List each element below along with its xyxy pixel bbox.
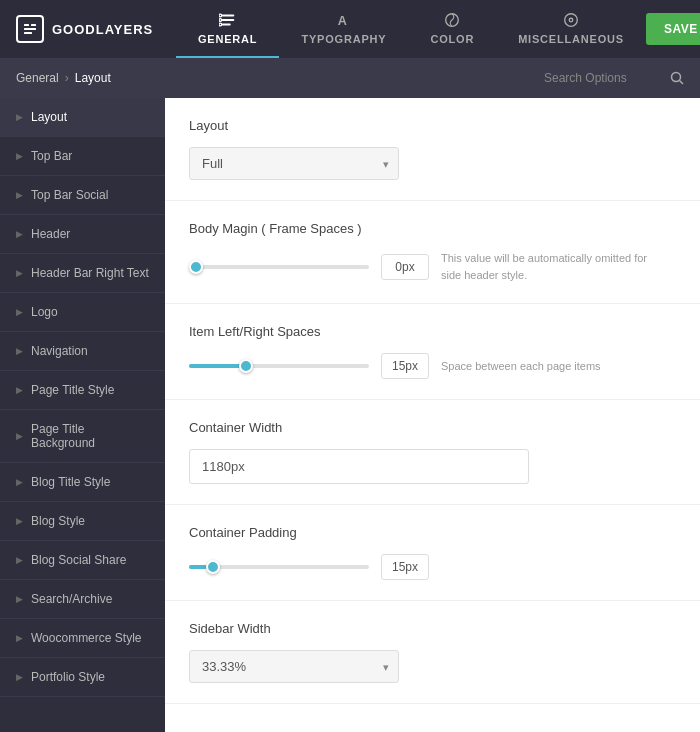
tab-color-label: COLOR xyxy=(430,33,474,45)
sidebar-item-portfolio-style[interactable]: ▶ Portfolio Style xyxy=(0,658,165,697)
body-margin-value: 0px xyxy=(381,254,429,280)
body-margin-section: Body Magin ( Frame Spaces ) 0px This val… xyxy=(165,201,700,304)
search-area xyxy=(544,71,684,85)
main-nav-tabs: GENERAL A TYPOGRAPHY COLOR MISCELLANEOUS xyxy=(176,0,646,58)
arrow-icon: ▶ xyxy=(16,112,23,122)
sidebar-item-label: Navigation xyxy=(31,344,88,358)
tab-general-label: GENERAL xyxy=(198,33,257,45)
svg-rect-2 xyxy=(24,28,36,30)
arrow-icon: ▶ xyxy=(16,307,23,317)
sidebar-item-top-bar-social[interactable]: ▶ Top Bar Social xyxy=(0,176,165,215)
logo-text: GOODLAYERS xyxy=(52,22,153,37)
tab-color[interactable]: COLOR xyxy=(408,0,496,58)
svg-rect-5 xyxy=(221,19,234,21)
svg-rect-0 xyxy=(24,24,29,26)
breadcrumb-separator: › xyxy=(65,71,69,85)
layout-select-wrap: Full Boxed Semi-Boxed ▾ xyxy=(189,147,399,180)
sidebar-item-label: Header Bar Right Text xyxy=(31,266,149,280)
container-padding-section: Container Padding 15px xyxy=(165,505,700,601)
svg-rect-6 xyxy=(221,24,230,26)
svg-text:A: A xyxy=(338,14,348,28)
body-margin-slider-row: 0px xyxy=(189,254,429,280)
sidebar-item-label: Layout xyxy=(31,110,67,124)
content-area: Layout Full Boxed Semi-Boxed ▾ Body Magi… xyxy=(165,98,700,732)
sidebar-item-woocommerce-style[interactable]: ▶ Woocommerce Style xyxy=(0,619,165,658)
svg-rect-1 xyxy=(31,24,36,26)
sidebar-item-blog-title-style[interactable]: ▶ Blog Title Style xyxy=(0,463,165,502)
sidebar-item-blog-social-share[interactable]: ▶ Blog Social Share xyxy=(0,541,165,580)
item-spaces-range[interactable] xyxy=(189,364,369,368)
body-margin-slider-wrap xyxy=(189,257,369,277)
sidebar-item-label: Blog Title Style xyxy=(31,475,110,489)
sidebar-item-logo[interactable]: ▶ Logo xyxy=(0,293,165,332)
sidebar-item-label: Top Bar xyxy=(31,149,72,163)
sidebar-item-label: Blog Social Share xyxy=(31,553,126,567)
sidebar-item-label: Page Title Style xyxy=(31,383,114,397)
container-width-section: Container Width xyxy=(165,400,700,505)
sidebar-item-header-bar-right-text[interactable]: ▶ Header Bar Right Text xyxy=(0,254,165,293)
arrow-icon: ▶ xyxy=(16,385,23,395)
logo-icon xyxy=(16,15,44,43)
sidebar-item-page-title-background[interactable]: ▶ Page Title Background xyxy=(0,410,165,463)
tab-typography[interactable]: A TYPOGRAPHY xyxy=(279,0,408,58)
search-input[interactable] xyxy=(544,71,664,85)
item-spaces-slider-row: 15px xyxy=(189,353,429,379)
sidebar-item-label: Blog Style xyxy=(31,514,85,528)
svg-point-14 xyxy=(672,73,681,82)
svg-rect-4 xyxy=(221,15,234,17)
container-width-label: Container Width xyxy=(189,420,676,435)
arrow-icon: ▶ xyxy=(16,151,23,161)
tab-typography-label: TYPOGRAPHY xyxy=(301,33,386,45)
tab-misc-label: MISCELLANEOUS xyxy=(518,33,624,45)
svg-point-13 xyxy=(569,18,573,22)
arrow-icon: ▶ xyxy=(16,346,23,356)
layout-select[interactable]: Full Boxed Semi-Boxed xyxy=(189,147,399,180)
sidebar-item-search-archive[interactable]: ▶ Search/Archive xyxy=(0,580,165,619)
arrow-icon: ▶ xyxy=(16,268,23,278)
layout-section-label: Layout xyxy=(189,118,676,133)
arrow-icon: ▶ xyxy=(16,555,23,565)
container-width-input[interactable] xyxy=(189,449,529,484)
svg-point-12 xyxy=(565,14,578,27)
sidebar-item-navigation[interactable]: ▶ Navigation xyxy=(0,332,165,371)
tab-miscellaneous[interactable]: MISCELLANEOUS xyxy=(496,0,646,58)
breadcrumb: General › Layout xyxy=(16,71,111,85)
sidebar-item-page-title-style[interactable]: ▶ Page Title Style xyxy=(0,371,165,410)
main-layout: ▶ Layout ▶ Top Bar ▶ Top Bar Social ▶ He… xyxy=(0,98,700,732)
logo-area: GOODLAYERS xyxy=(16,15,176,43)
breadcrumb-root[interactable]: General xyxy=(16,71,59,85)
arrow-icon: ▶ xyxy=(16,190,23,200)
body-margin-hint: This value will be automatically omitted… xyxy=(441,250,661,283)
search-icon xyxy=(670,71,684,85)
sidebar-item-label: Woocommerce Style xyxy=(31,631,141,645)
sidebar-item-header[interactable]: ▶ Header xyxy=(0,215,165,254)
save-options-button[interactable]: SAVE OPTIONS xyxy=(646,13,700,45)
sidebar-width-select-wrap: 33.33% 25% 30% 40% ▾ xyxy=(189,650,399,683)
body-margin-label: Body Magin ( Frame Spaces ) xyxy=(189,221,676,236)
sidebar-item-label: Logo xyxy=(31,305,58,319)
body-margin-range[interactable] xyxy=(189,265,369,269)
item-spaces-value: 15px xyxy=(381,353,429,379)
container-padding-label: Container Padding xyxy=(189,525,676,540)
sidebar-item-layout[interactable]: ▶ Layout xyxy=(0,98,165,137)
sidebar: ▶ Layout ▶ Top Bar ▶ Top Bar Social ▶ He… xyxy=(0,98,165,732)
sidebar-width-section: Sidebar Width 33.33% 25% 30% 40% ▾ xyxy=(165,601,700,704)
svg-rect-3 xyxy=(24,32,32,34)
top-navigation: GOODLAYERS GENERAL A TYPOGRAPHY xyxy=(0,0,700,58)
sidebar-width-label: Sidebar Width xyxy=(189,621,676,636)
svg-point-9 xyxy=(219,23,222,26)
arrow-icon: ▶ xyxy=(16,672,23,682)
item-spaces-slider-wrap xyxy=(189,356,369,376)
container-padding-range[interactable] xyxy=(189,565,369,569)
container-padding-slider-wrap xyxy=(189,557,369,577)
item-spaces-hint: Space between each page items xyxy=(441,358,601,375)
sidebar-item-top-bar[interactable]: ▶ Top Bar xyxy=(0,137,165,176)
sidebar-item-label: Portfolio Style xyxy=(31,670,105,684)
arrow-icon: ▶ xyxy=(16,229,23,239)
layout-section: Layout Full Boxed Semi-Boxed ▾ xyxy=(165,98,700,201)
sidebar-item-label: Header xyxy=(31,227,70,241)
arrow-icon: ▶ xyxy=(16,516,23,526)
sidebar-item-blog-style[interactable]: ▶ Blog Style xyxy=(0,502,165,541)
sidebar-width-select[interactable]: 33.33% 25% 30% 40% xyxy=(189,650,399,683)
tab-general[interactable]: GENERAL xyxy=(176,0,279,58)
